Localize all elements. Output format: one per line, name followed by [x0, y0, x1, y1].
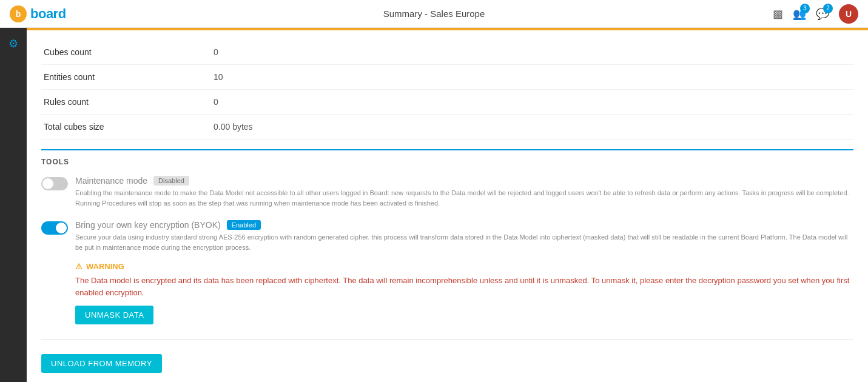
stats-value: 0.00 bytes — [211, 115, 853, 139]
byok-label-row: Bring your own key encryption (BYOK) Ena… — [75, 220, 853, 230]
stats-row: Rules count 0 — [41, 90, 853, 115]
topnav-actions: ▩ 👥 3 💬 2 U — [773, 4, 858, 24]
maintenance-mode-status: Disabled — [153, 176, 189, 186]
byok-status: Enabled — [227, 220, 261, 230]
notifications-badge: 2 — [823, 4, 833, 13]
stats-value: 10 — [211, 65, 853, 90]
byok-label: Bring your own key encryption (BYOK) — [75, 220, 221, 230]
divider — [41, 339, 853, 340]
maintenance-mode-label: Maintenance mode — [75, 176, 147, 186]
sidebar-settings-icon[interactable]: ⚙ — [2, 33, 24, 55]
avatar[interactable]: U — [839, 4, 858, 24]
stats-label: Cubes count — [41, 40, 211, 65]
logo-icon: b — [10, 5, 27, 22]
unload-from-memory-button[interactable]: UNLOAD FROM MEMORY — [41, 354, 162, 373]
content-area: Cubes count 0 Entities count 10 Rules co… — [27, 30, 868, 382]
messages-icon[interactable]: ▩ — [773, 7, 783, 21]
stats-row: Cubes count 0 — [41, 40, 853, 65]
users-icon[interactable]: 👥 3 — [793, 7, 806, 21]
logo-letter: b — [16, 9, 21, 19]
warning-icon: ⚠ — [75, 262, 82, 271]
byok-description: Secure your data using industry standard… — [75, 232, 853, 252]
stats-label: Total cubes size — [41, 115, 211, 139]
main-content: Cubes count 0 Entities count 10 Rules co… — [27, 28, 868, 382]
tools-section: TOOLS Maintenance mode Disabled Enabling… — [41, 149, 853, 324]
warning-text: The Data model is encrypted and its data… — [75, 275, 853, 298]
sidebar: ⚙ — [0, 28, 27, 382]
maintenance-mode-label-row: Maintenance mode Disabled — [75, 176, 853, 186]
topnav: b board Summary - Sales Europe ▩ 👥 3 💬 2… — [0, 0, 868, 28]
stats-value: 0 — [211, 40, 853, 65]
page-title: Summary - Sales Europe — [383, 8, 485, 19]
stats-row: Total cubes size 0.00 bytes — [41, 115, 853, 139]
warning-title: ⚠ WARNING — [75, 262, 853, 271]
maintenance-mode-label-group: Maintenance mode Disabled Enabling the m… — [75, 176, 853, 208]
notifications-icon[interactable]: 💬 2 — [816, 7, 829, 21]
byok-label-group: Bring your own key encryption (BYOK) Ena… — [75, 220, 853, 252]
stats-row: Entities count 10 — [41, 65, 853, 90]
stats-table: Cubes count 0 Entities count 10 Rules co… — [41, 40, 853, 139]
logo[interactable]: b board — [10, 5, 66, 22]
stats-label: Entities count — [41, 65, 211, 90]
logo-text: board — [30, 6, 66, 22]
maintenance-mode-description: Enabling the maintenance mode to make th… — [75, 188, 853, 208]
unmask-data-button[interactable]: UNMASK DATA — [75, 306, 153, 324]
users-badge: 3 — [800, 4, 810, 13]
maintenance-mode-row: Maintenance mode Disabled Enabling the m… — [41, 176, 853, 208]
warning-box: ⚠ WARNING The Data model is encrypted an… — [75, 262, 853, 298]
byok-toggle[interactable] — [41, 221, 68, 235]
stats-label: Rules count — [41, 90, 211, 115]
stats-value: 0 — [211, 90, 853, 115]
byok-row: Bring your own key encryption (BYOK) Ena… — [41, 220, 853, 252]
maintenance-mode-toggle[interactable] — [41, 177, 68, 190]
unmask-btn-container: UNMASK DATA — [75, 306, 853, 324]
tools-header: TOOLS — [41, 150, 853, 176]
